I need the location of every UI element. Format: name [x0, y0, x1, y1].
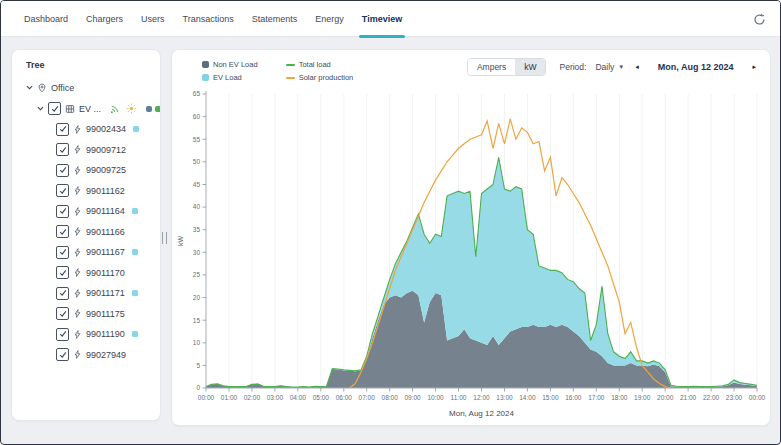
- tab-timeview[interactable]: Timeview: [353, 1, 411, 37]
- x-tick-label: 17:00: [588, 394, 605, 401]
- tree-item-charger[interactable]: 99002434: [56, 119, 154, 140]
- tree-item-charger[interactable]: 99011170: [56, 263, 154, 284]
- y-tick-label: 30: [193, 249, 201, 256]
- tab-chargers[interactable]: Chargers: [77, 1, 132, 37]
- charger-bolt-icon: [73, 207, 82, 216]
- tab-dashboard[interactable]: Dashboard: [15, 1, 77, 37]
- timeview-chart: 0510152025303540455055606500:0001:0002:0…: [172, 86, 772, 424]
- checkbox-checked[interactable]: [56, 307, 69, 320]
- unit-option-ampers[interactable]: Ampers: [468, 59, 515, 75]
- charger-id: 99011166: [86, 227, 125, 237]
- tree-title: Tree: [26, 60, 154, 70]
- y-tick-label: 65: [193, 90, 201, 97]
- period-select[interactable]: Daily ▼: [595, 62, 624, 72]
- tree-item-charger[interactable]: 99027949: [56, 345, 154, 366]
- tree-node-ev-group[interactable]: EV ...: [37, 98, 154, 119]
- x-tick-label: 16:00: [565, 394, 582, 401]
- y-tick-label: 40: [193, 203, 201, 210]
- x-tick-label: 22:00: [703, 394, 720, 401]
- legend-item[interactable]: Total load: [286, 59, 354, 70]
- checkbox-checked[interactable]: [56, 266, 69, 279]
- tab-transactions[interactable]: Transactions: [174, 1, 243, 37]
- nav-tabs: DashboardChargersUsersTransactionsStatem…: [15, 1, 411, 37]
- tree-item-charger[interactable]: 99011164: [56, 201, 154, 222]
- chart-legend: Non EV LoadEV LoadTotal loadSolar produc…: [202, 59, 353, 83]
- legend-label: Solar production: [299, 73, 354, 82]
- tree-node-label: Office: [51, 83, 74, 93]
- charger-bolt-icon: [73, 309, 82, 318]
- ev-badge: [132, 208, 138, 214]
- date-display[interactable]: Mon, Aug 12 2024: [658, 62, 734, 72]
- panel-resize-handle[interactable]: [162, 232, 167, 244]
- tree-item-charger[interactable]: 99011171: [56, 283, 154, 304]
- period-label: Period:: [559, 62, 586, 72]
- chevron-down-icon[interactable]: [26, 85, 33, 90]
- y-tick-label: 25: [193, 271, 201, 278]
- x-tick-label: 02:00: [244, 394, 261, 401]
- tree-node-office[interactable]: Office: [26, 77, 154, 98]
- tab-users[interactable]: Users: [132, 1, 174, 37]
- tab-statements[interactable]: Statements: [243, 1, 307, 37]
- checkbox-checked[interactable]: [56, 205, 69, 218]
- x-tick-label: 21:00: [680, 394, 697, 401]
- tree-node-label: EV ...: [79, 104, 101, 114]
- x-tick-label: 19:00: [634, 394, 651, 401]
- tree-item-charger[interactable]: 99009725: [56, 160, 154, 181]
- y-axis-title: kW: [177, 236, 184, 247]
- charger-bolt-icon: [73, 268, 82, 277]
- tree-item-charger[interactable]: 99011166: [56, 222, 154, 243]
- charger-bolt-icon: [73, 227, 82, 236]
- checkbox-checked[interactable]: [56, 143, 69, 156]
- period-value: Daily: [595, 62, 614, 72]
- checkbox-checked[interactable]: [48, 102, 61, 115]
- charger-bolt-icon: [73, 248, 82, 257]
- x-tick-label: 23:00: [726, 394, 743, 401]
- checkbox-checked[interactable]: [56, 164, 69, 177]
- refresh-icon: [753, 13, 766, 26]
- legend-item[interactable]: EV Load: [202, 72, 258, 83]
- charger-bolt-icon: [73, 330, 82, 339]
- checkbox-checked[interactable]: [56, 348, 69, 361]
- prev-day-button[interactable]: ◂: [633, 63, 641, 71]
- legend-square-swatch: [202, 61, 209, 68]
- charger-id: 99027949: [86, 350, 126, 360]
- tree-item-charger[interactable]: 99009712: [56, 140, 154, 161]
- chevron-down-icon[interactable]: [37, 106, 44, 111]
- tab-energy[interactable]: Energy: [306, 1, 353, 37]
- checkbox-checked[interactable]: [56, 287, 69, 300]
- tree-item-charger[interactable]: 99011162: [56, 181, 154, 202]
- checkbox-checked[interactable]: [56, 225, 69, 238]
- legend-item[interactable]: Solar production: [286, 72, 354, 83]
- legend-label: EV Load: [213, 73, 242, 82]
- legend-item[interactable]: Non EV Load: [202, 59, 258, 70]
- x-tick-label: 14:00: [519, 394, 536, 401]
- charger-bolt-icon: [73, 350, 82, 359]
- tree-item-charger[interactable]: 99011167: [56, 242, 154, 263]
- checkbox-checked[interactable]: [56, 246, 69, 259]
- checkbox-checked[interactable]: [56, 184, 69, 197]
- y-tick-label: 35: [193, 226, 201, 233]
- tree-panel: Tree OfficeEV ...99002434990097129900972…: [11, 49, 161, 421]
- charger-bolt-icon: [73, 145, 82, 154]
- x-tick-label: 03:00: [267, 394, 284, 401]
- status-dot: [146, 106, 152, 112]
- x-tick-label: 11:00: [451, 394, 467, 401]
- charger-id: 99011164: [86, 206, 125, 216]
- x-tick-label: 01:00: [221, 394, 238, 401]
- top-navbar: DashboardChargersUsersTransactionsStatem…: [1, 1, 780, 37]
- legend-line-swatch: [286, 77, 295, 79]
- y-tick-label: 0: [196, 384, 200, 391]
- refresh-button[interactable]: [753, 12, 766, 30]
- unit-option-kw[interactable]: kW: [515, 59, 545, 75]
- checkbox-checked[interactable]: [56, 328, 69, 341]
- ev-badge: [133, 126, 139, 132]
- ev-badge: [132, 290, 138, 296]
- charger-bolt-icon: [73, 125, 82, 134]
- x-tick-label: 00:00: [749, 394, 766, 401]
- x-tick-label: 07:00: [359, 394, 376, 401]
- next-day-button[interactable]: ▸: [750, 63, 758, 71]
- tree-item-charger[interactable]: 99011175: [56, 304, 154, 325]
- checkbox-checked[interactable]: [56, 123, 69, 136]
- tree-item-charger[interactable]: 99011190: [56, 324, 154, 345]
- status-dot: [155, 106, 161, 112]
